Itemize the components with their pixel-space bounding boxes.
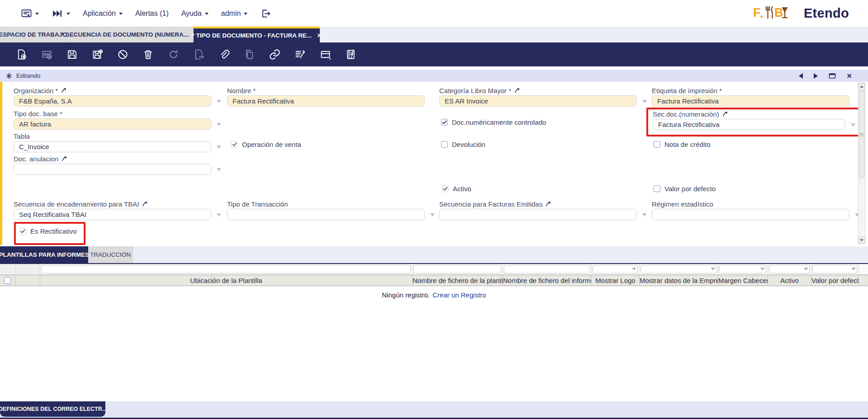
column-header-mostrar-logo[interactable]: Mostrar Logo — [592, 275, 640, 286]
checkbox-valor-por-defecto[interactable]: Valor por defecto — [654, 185, 716, 193]
scrollbar-thumb[interactable] — [859, 91, 864, 178]
filter-input[interactable] — [719, 265, 766, 273]
new-document-icon[interactable] — [15, 48, 28, 61]
workspace-menu-button[interactable] — [21, 9, 39, 19]
checkbox-box[interactable] — [442, 185, 449, 192]
menu-user[interactable]: admin — [221, 9, 248, 18]
close-window-icon[interactable]: × — [847, 71, 852, 80]
notes-icon[interactable] — [345, 48, 357, 61]
column-header-valor-defecto[interactable]: Valor por defecto — [811, 275, 859, 286]
previous-record-icon[interactable] — [799, 73, 803, 79]
menu-ayuda[interactable]: Ayuda — [181, 9, 209, 18]
tab-traduccion[interactable]: TRADUCCIÓN — [88, 246, 133, 263]
secuencia-tbai-input[interactable]: Seq Rectificativa TBAI — [14, 209, 211, 220]
checkbox-box[interactable] — [654, 185, 660, 192]
sec-doc-numeracion-input[interactable]: Factura Rectificativa — [653, 119, 845, 130]
regimen-estadistico-input[interactable] — [652, 209, 849, 220]
filter-dropdown-icon[interactable] — [760, 268, 765, 270]
maximize-icon[interactable] — [829, 73, 836, 79]
form-view-icon[interactable] — [319, 48, 332, 61]
tab-secuencia-de-documento[interactable]: * SECUENCIA DE DOCUMENTO (NUMERA... × — [66, 27, 194, 42]
filter-dropdown-icon[interactable] — [711, 268, 715, 270]
doc-anulacion-input[interactable] — [14, 164, 211, 175]
checkbox-box[interactable] — [19, 228, 26, 235]
link-out-icon[interactable] — [514, 88, 520, 93]
select-all-checkbox[interactable] — [4, 277, 11, 284]
save-icon[interactable] — [66, 48, 78, 61]
checkbox-box[interactable] — [441, 141, 448, 148]
dropdown-arrow-icon[interactable] — [642, 213, 647, 217]
tabla-input[interactable]: C_Invoice — [14, 141, 211, 152]
filter-dropdown-icon[interactable] — [851, 268, 856, 270]
dropdown-arrow-icon[interactable] — [217, 213, 221, 217]
organizacion-input[interactable]: F&B España, S.A — [14, 95, 211, 107]
checkbox-doc-numericamente-controlado[interactable]: Doc.numéricamente controlado — [441, 118, 546, 126]
categoria-libro-mayor-input[interactable]: ES AR Invoice — [439, 95, 637, 107]
filter-input[interactable] — [593, 265, 638, 273]
filter-input[interactable] — [812, 265, 857, 273]
refresh-icon[interactable] — [167, 48, 180, 61]
filter-dropdown-icon[interactable] — [632, 268, 636, 270]
filter-input[interactable] — [41, 265, 411, 273]
secuencia-facturas-emitidas-input[interactable] — [439, 209, 637, 220]
tipo-doc-base-input[interactable]: AR factura — [14, 118, 211, 130]
checkbox-box[interactable] — [654, 141, 660, 148]
dropdown-arrow-icon[interactable] — [642, 100, 647, 103]
new-row-icon[interactable] — [41, 48, 53, 61]
link-out-icon[interactable] — [545, 201, 551, 207]
scroll-up-button[interactable] — [859, 83, 865, 90]
dropdown-arrow-icon[interactable] — [217, 100, 221, 103]
link-out-icon[interactable] — [142, 201, 147, 207]
link-out-icon[interactable] — [62, 156, 67, 161]
link-out-icon[interactable] — [61, 88, 66, 93]
vertical-scrollbar[interactable] — [858, 83, 865, 244]
dropdown-arrow-icon[interactable] — [851, 123, 855, 127]
tab-definiciones-correo[interactable]: DEFINICIONES DEL CORREO ELECTR... — [0, 401, 105, 417]
etiqueta-impresion-input[interactable]: Factura Rectificativa — [652, 95, 849, 107]
tipo-transaccion-input[interactable] — [227, 209, 425, 220]
dropdown-arrow-icon[interactable] — [217, 123, 221, 126]
attachment-icon[interactable] — [218, 48, 230, 61]
logout-button[interactable] — [260, 8, 271, 19]
checkbox-devolucion[interactable]: Devolución — [441, 141, 485, 148]
column-header-margen-cabecera[interactable]: Margen Cabecera — [718, 275, 768, 286]
tab-plantillas-para-informes[interactable]: PLANTILLAS PARA INFORMES — [0, 246, 88, 263]
scroll-down-button[interactable] — [859, 237, 865, 244]
checkbox-box[interactable] — [441, 119, 448, 126]
column-header-fichero-plantilla[interactable]: Nombre de fichero de la plantilla — [413, 275, 503, 286]
menu-aplicacion[interactable]: Aplicación — [83, 9, 123, 18]
column-header-fichero-informe[interactable]: Nombre de fichero del informe — [503, 275, 592, 286]
copy-icon[interactable] — [243, 48, 256, 61]
fast-forward-button[interactable] — [52, 9, 70, 18]
save-and-new-icon[interactable] — [91, 48, 104, 61]
checkbox-nota-de-credito[interactable]: Nota de crédito — [654, 141, 711, 148]
tab-tipo-de-documento[interactable]: * TIPO DE DOCUMENTO - FACTURA RE... × — [194, 27, 320, 42]
dropdown-arrow-icon[interactable] — [217, 168, 221, 171]
logout-icon — [260, 8, 271, 19]
menu-alertas[interactable]: Alertas (1) — [135, 9, 169, 18]
active-form-accent-strip — [0, 82, 2, 245]
column-header-mostrar-datos[interactable]: Mostrar datos de la Empresa — [640, 275, 718, 286]
nombre-input[interactable]: Factura Rectificativa — [227, 95, 425, 107]
checkbox-box[interactable] — [231, 141, 238, 148]
dropdown-arrow-icon[interactable] — [217, 146, 221, 149]
tab-espacio-de-trabajo[interactable]: ESPACIO DE TRABAJO — [0, 27, 66, 42]
delete-icon[interactable] — [142, 48, 154, 61]
export-icon[interactable] — [193, 48, 205, 61]
column-header-activo[interactable]: Activo — [768, 275, 811, 286]
filter-input[interactable] — [640, 265, 716, 273]
link-icon[interactable] — [269, 48, 281, 61]
audit-icon[interactable] — [294, 48, 306, 61]
link-out-icon[interactable] — [722, 111, 728, 117]
dropdown-arrow-icon[interactable] — [430, 213, 435, 217]
filter-input[interactable] — [504, 265, 590, 273]
next-record-icon[interactable] — [814, 73, 818, 79]
create-record-link[interactable]: Crear un Registro — [432, 291, 486, 299]
filter-dropdown-icon[interactable] — [804, 268, 808, 270]
checkbox-operacion-de-venta[interactable]: Operación de venta — [231, 141, 301, 148]
checkbox-es-rectificativo[interactable]: Es Rectificativo — [19, 227, 77, 235]
cancel-icon[interactable] — [117, 48, 129, 61]
column-header-ubicacion[interactable]: Ubicación de la Plantilla — [40, 275, 413, 286]
filter-input[interactable] — [413, 265, 501, 273]
checkbox-activo[interactable]: Activo — [442, 185, 471, 193]
